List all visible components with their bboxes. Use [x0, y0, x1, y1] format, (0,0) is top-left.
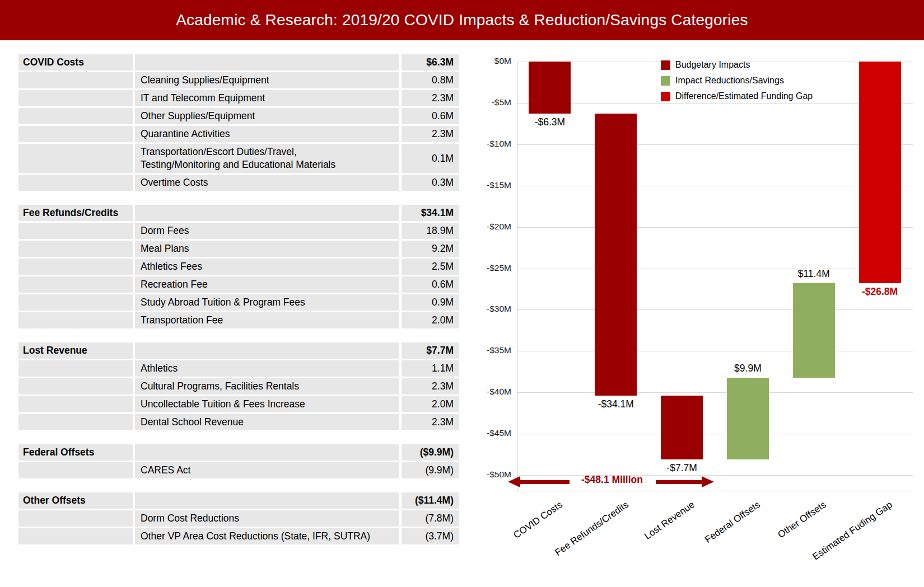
item-cell [135, 205, 399, 221]
waterfall-chart: $0M-$5M-$10M-$15M-$20M-$25M-$30M-$35M-$4… [479, 50, 924, 587]
category-cell [18, 90, 133, 106]
gridline [517, 269, 913, 269]
table-row: Overtime Costs0.3M [18, 175, 459, 191]
item-cell: Study Abroad Tuition & Program Fees [135, 294, 399, 311]
bar-value-label: -$6.3M [514, 116, 586, 128]
x-axis-line [517, 491, 913, 491]
category-cell [18, 378, 133, 395]
item-cell: Uncollectable Tuition & Fees Increase [135, 396, 399, 412]
bar-other-offsets [793, 283, 835, 377]
legend-swatch-icon [661, 76, 670, 86]
category-cell: Federal Offsets [18, 444, 133, 461]
category-cell [18, 72, 133, 88]
x-axis-category-label: Federal Offsets [651, 499, 763, 582]
table-section-1: Fee Refunds/Credits$34.1MDorm Fees18.9MM… [18, 205, 459, 328]
table-row: Uncollectable Tuition & Fees Increase2.0… [18, 396, 459, 412]
category-cell: Fee Refunds/Credits [18, 205, 133, 221]
item-cell [135, 492, 399, 509]
x-axis-category-label: COVID Costs [453, 499, 565, 582]
y-axis-tick-label: -$20M [479, 222, 511, 233]
annotation-total-label: -$48.1 Million [570, 474, 654, 486]
bar-federal-offsets [727, 378, 769, 459]
table-section-header-row: Lost Revenue$7.7M [18, 342, 459, 359]
category-cell [18, 175, 133, 191]
category-cell: Lost Revenue [18, 342, 133, 359]
item-cell: Athletics Fees [135, 259, 399, 275]
annotation-arrow-shaft [656, 480, 702, 484]
category-cell [18, 259, 133, 275]
y-axis-tick-label: -$45M [479, 428, 511, 439]
value-cell: 0.1M [402, 144, 459, 173]
y-axis-tick-label: -$50M [479, 469, 511, 481]
value-cell: 1.1M [402, 360, 459, 377]
table-row: Cleaning Supplies/Equipment0.8M [18, 72, 459, 88]
value-cell: 0.3M [402, 175, 459, 191]
value-cell: ($11.4M) [402, 492, 459, 509]
gridline [517, 309, 913, 310]
category-cell [18, 360, 133, 377]
table-section-2: Lost Revenue$7.7MAthletics1.1MCultural P… [18, 342, 459, 430]
table-row: Cultural Programs, Facilities Rentals2.3… [18, 378, 459, 395]
table-section-0: COVID Costs$6.3MCleaning Supplies/Equipm… [18, 54, 459, 191]
bar-covid-costs [529, 62, 571, 114]
value-cell: 2.3M [402, 378, 459, 395]
y-axis-tick-label: -$40M [479, 387, 511, 398]
category-cell [18, 126, 133, 142]
category-cell [18, 108, 133, 124]
legend-item-2: Impact Reductions/Savings [661, 76, 784, 86]
bar-value-label: -$26.8M [843, 286, 916, 298]
item-cell: IT and Telecomm Equipment [135, 90, 399, 106]
value-cell: 0.6M [402, 276, 459, 293]
gridline [517, 434, 913, 434]
y-axis-tick-label: -$5M [479, 97, 511, 109]
category-cell [18, 223, 133, 239]
value-cell: 2.0M [402, 312, 459, 328]
table-section-3: Federal Offsets($9.9M)CARES Act(9.9M) [18, 444, 459, 478]
item-cell: Meal Plans [135, 241, 399, 257]
item-cell: Transportation Fee [135, 312, 399, 328]
item-cell [135, 54, 399, 71]
annotation-arrow-left-icon [508, 476, 520, 487]
y-axis-tick-label: $0M [479, 56, 511, 67]
category-cell [18, 414, 133, 430]
page-title: Academic & Research: 2019/20 COVID Impac… [176, 11, 748, 29]
item-cell: Cultural Programs, Facilities Rentals [135, 378, 399, 395]
value-cell: (3.7M) [402, 528, 459, 544]
bar-value-label: -$7.7M [646, 462, 718, 474]
item-cell: Dental School Revenue [135, 414, 399, 430]
annotation-arrow-shaft [520, 480, 570, 484]
item-cell [135, 342, 399, 359]
x-axis-category-label: Lost Revenue [585, 499, 697, 582]
table-row: Athletics Fees2.5M [18, 259, 459, 275]
value-cell: 0.6M [402, 108, 459, 124]
item-cell: Cleaning Supplies/Equipment [135, 72, 399, 88]
gridline [517, 227, 913, 228]
bar-value-label: $9.9M [711, 363, 784, 374]
category-cell [18, 276, 133, 293]
impacts-table: COVID Costs$6.3MCleaning Supplies/Equipm… [18, 54, 459, 558]
annotation-arrow-right-icon [702, 476, 714, 487]
item-cell: Other Supplies/Equipment [135, 108, 399, 124]
y-axis-tick-label: -$10M [479, 139, 511, 150]
x-axis-category-label: Other Offsets [717, 499, 829, 582]
table-section-4: Other Offsets($11.4M)Dorm Cost Reduction… [18, 492, 459, 544]
gridline [517, 144, 913, 145]
bar-value-label: $11.4M [777, 268, 850, 280]
category-cell [18, 462, 133, 478]
value-cell: $34.1M [402, 205, 459, 221]
item-cell: Dorm Fees [135, 223, 399, 239]
gridline [517, 351, 913, 351]
table-section-header-row: Other Offsets($11.4M) [18, 492, 459, 509]
value-cell: (7.8M) [402, 510, 459, 527]
value-cell: 2.0M [402, 396, 459, 412]
table-row: Recreation Fee0.6M [18, 276, 459, 293]
table-section-header-row: Fee Refunds/Credits$34.1M [18, 205, 459, 221]
item-cell: Athletics [135, 360, 399, 377]
item-cell: CARES Act [135, 462, 399, 478]
value-cell: 0.9M [402, 294, 459, 311]
value-cell: 2.3M [402, 414, 459, 430]
y-axis-tick-label: -$30M [479, 304, 511, 315]
legend-swatch-icon [661, 92, 670, 101]
table-row: Transportation Fee2.0M [18, 312, 459, 328]
bar-value-label: -$34.1M [580, 398, 652, 410]
